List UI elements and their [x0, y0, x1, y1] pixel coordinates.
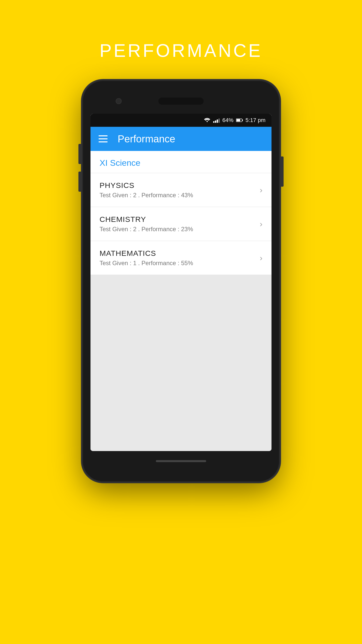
signal-icon — [213, 118, 220, 123]
mathematics-subtitle: Test Given : 1 . Performance : 55% — [100, 260, 193, 267]
mathematics-content: MATHEMATICS Test Given : 1 . Performance… — [100, 249, 193, 267]
menu-button[interactable] — [99, 135, 108, 142]
app-bar: Performance — [90, 127, 272, 151]
chemistry-content: CHEMISTRY Test Given : 2 . Performance :… — [100, 215, 193, 233]
battery-percent: 64% — [222, 117, 233, 124]
phone-bottom — [90, 456, 272, 466]
content-area: XI Science PHYSICS Test Given : 2 . Perf… — [90, 151, 272, 451]
hamburger-line-1 — [99, 135, 108, 136]
chevron-right-icon: › — [260, 253, 262, 263]
status-bar: 64% 5:17 pm — [90, 114, 272, 127]
chevron-right-icon: › — [260, 219, 262, 229]
section-header: XI Science — [90, 151, 272, 173]
section-title: XI Science — [100, 158, 141, 168]
app-bar-title: Performance — [118, 133, 175, 145]
page-title: PERFORMANCE — [100, 40, 262, 61]
svg-rect-2 — [236, 119, 240, 122]
chevron-right-icon: › — [260, 185, 262, 195]
list-item[interactable]: CHEMISTRY Test Given : 2 . Performance :… — [90, 207, 272, 241]
home-indicator — [156, 460, 206, 462]
time-display: 5:17 pm — [246, 117, 266, 124]
subject-card: XI Science PHYSICS Test Given : 2 . Perf… — [90, 151, 272, 275]
chemistry-title: CHEMISTRY — [100, 215, 193, 224]
power-button — [281, 156, 284, 187]
volume-up-button — [78, 144, 81, 164]
hamburger-line-3 — [99, 141, 108, 142]
hamburger-line-2 — [99, 138, 108, 139]
list-item[interactable]: PHYSICS Test Given : 2 . Performance : 4… — [90, 173, 272, 207]
phone-top-bar — [90, 91, 272, 111]
status-icons: 64% 5:17 pm — [204, 117, 265, 124]
physics-title: PHYSICS — [100, 181, 193, 190]
list-item[interactable]: MATHEMATICS Test Given : 1 . Performance… — [90, 241, 272, 275]
battery-icon — [236, 118, 243, 122]
wifi-icon — [204, 118, 211, 123]
mathematics-title: MATHEMATICS — [100, 249, 193, 258]
svg-rect-1 — [242, 119, 243, 121]
chemistry-subtitle: Test Given : 2 . Performance : 23% — [100, 226, 193, 233]
phone-screen: 64% 5:17 pm Performance — [90, 114, 272, 451]
physics-content: PHYSICS Test Given : 2 . Performance : 4… — [100, 181, 193, 199]
front-camera — [116, 98, 122, 104]
phone-shell: 64% 5:17 pm Performance — [83, 81, 279, 481]
speaker — [158, 98, 204, 105]
physics-subtitle: Test Given : 2 . Performance : 43% — [100, 192, 193, 199]
volume-down-button — [78, 172, 81, 192]
empty-content-area — [90, 275, 272, 451]
